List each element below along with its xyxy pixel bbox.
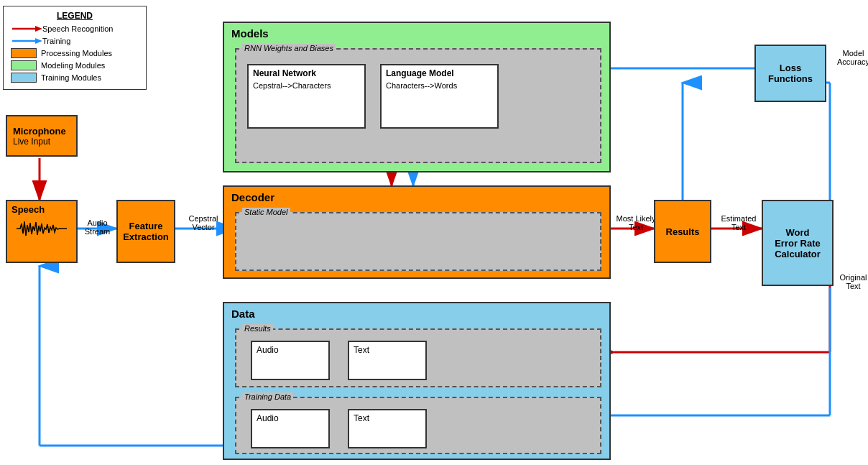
training-audio-label: Audio	[257, 413, 279, 423]
rnn-inner-container: RNN Weights and Biases Neural Network Ce…	[235, 48, 601, 163]
model-accuracy-label: Model Accuracy	[834, 49, 868, 66]
training-box-icon	[11, 73, 37, 83]
static-model-label: Static Model	[242, 208, 290, 216]
language-model-content: Characters-->Words	[386, 81, 457, 90]
estimated-text-label: Estimated Text	[717, 214, 760, 231]
static-model-container: Static Model	[235, 212, 601, 271]
cepstral-vector-label: Cepstral Vector	[178, 214, 228, 231]
training-text-label: Text	[354, 413, 369, 423]
legend-title: LEGEND	[11, 11, 139, 21]
word-error-rate-title: WordError RateCalculator	[775, 227, 821, 259]
diagram: LEGEND Speech Recognition Training Proce…	[0, 0, 868, 465]
legend-item-speech: Speech Recognition	[11, 24, 139, 34]
microphone-title: Microphone	[13, 126, 66, 137]
legend-label-speech: Speech Recognition	[42, 24, 113, 33]
speech-module: Speech	[6, 200, 78, 263]
microphone-subtitle: Live Input	[13, 137, 50, 147]
training-data-label: Training Data	[242, 392, 293, 401]
legend-item-processing: Processing Modules	[11, 48, 139, 58]
data-title: Data	[231, 308, 255, 320]
results-text-label: Text	[354, 345, 369, 355]
neural-network-box: Neural Network Cepstral-->Characters	[247, 64, 366, 129]
legend-label-modeling: Modeling Modules	[41, 61, 105, 70]
legend-label-processing: Processing Modules	[41, 49, 112, 57]
legend-item-training-mod: Training Modules	[11, 73, 139, 83]
decoder-title: Decoder	[231, 191, 274, 203]
audio-stream-label: Audio Stream	[78, 218, 117, 236]
legend-item-training: Training	[11, 36, 139, 46]
legend-label-training-mod: Training Modules	[41, 73, 101, 82]
feature-extraction-module: FeatureExtraction	[116, 200, 175, 263]
loss-functions-module: Loss Functions	[754, 45, 826, 102]
waveform-icon	[17, 218, 67, 239]
results-audio-label: Audio	[257, 345, 279, 355]
results-module: Results	[654, 200, 711, 263]
results-title: Results	[666, 226, 700, 237]
language-model-box: Language Model Characters-->Words	[380, 64, 499, 129]
legend-item-modeling: Modeling Modules	[11, 60, 139, 70]
feature-extraction-title: FeatureExtraction	[123, 221, 169, 242]
results-group-label: Results	[242, 324, 273, 333]
legend-label-training: Training	[42, 37, 70, 45]
processing-box-icon	[11, 48, 37, 58]
language-model-title: Language Model	[386, 68, 454, 78]
neural-network-title: Neural Network	[253, 68, 316, 78]
legend: LEGEND Speech Recognition Training Proce…	[3, 6, 147, 90]
training-data-container: Training Data Audio Text	[235, 397, 601, 454]
original-text-label: Original Text	[834, 273, 868, 290]
models-container: Models RNN Weights and Biases Neural Net…	[223, 22, 611, 172]
speech-title: Speech	[7, 204, 45, 215]
microphone-module: Microphone Live Input	[6, 115, 78, 157]
loss-functions-title: Loss Functions	[756, 63, 825, 84]
neural-network-content: Cepstral-->Characters	[253, 81, 331, 90]
decoder-container: Decoder Static Model	[223, 185, 611, 279]
svg-marker-26	[35, 26, 42, 32]
training-arrow-icon	[11, 36, 42, 46]
modeling-box-icon	[11, 60, 37, 70]
results-data-container: Results Audio Text	[235, 328, 601, 387]
data-container: Data Results Audio Text Training Data Au…	[223, 302, 611, 460]
rnn-label: RNN Weights and Biases	[242, 44, 336, 52]
word-error-rate-module: WordError RateCalculator	[762, 200, 834, 286]
models-title: Models	[231, 27, 269, 40]
speech-recognition-arrow-icon	[11, 24, 42, 34]
svg-marker-28	[35, 38, 42, 44]
